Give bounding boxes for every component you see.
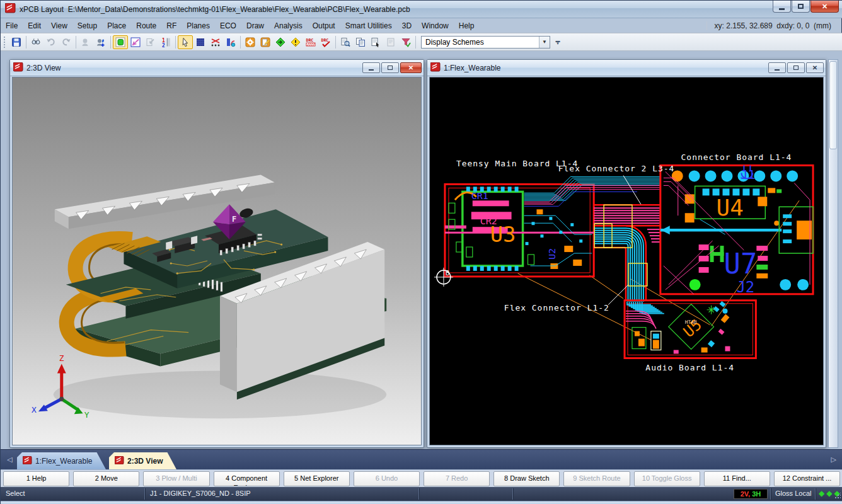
window-3d-title: 2:3D View [26,64,61,72]
menu-file[interactable]: File [1,19,23,33]
eco-warning-icon[interactable] [288,35,303,49]
menu-help[interactable]: Help [454,19,480,33]
3d-scene: F [13,77,421,445]
highlight-net-icon[interactable] [78,35,93,49]
fkey-undo: 6 Undo [354,471,420,486]
fkey-redo: 7 Redo [424,471,490,486]
fkey-find[interactable]: 11 Find... [704,471,770,486]
axis-y-label: Y [84,410,89,420]
application-window: xPCB Layout E:\Mentor_Data\Demonstration… [0,0,842,504]
cursor-coordinates: xy: 2.155, 32.689 dxdy: 0, 0 (mm) [706,21,842,30]
maximize-button[interactable] [787,62,805,73]
refdes-u4: U4 [717,195,744,220]
menu-bar: File Edit View Setup Place Route RF Plan… [1,18,842,33]
menu-smart-utilities[interactable]: Smart Utilities [340,19,397,33]
forward-annotate-icon[interactable] [273,35,288,49]
tab-3d-view[interactable]: 2:3D View [109,452,176,470]
menu-3d[interactable]: 3D [397,19,417,33]
resize-grip[interactable] [834,493,841,499]
scrollbar-thumb[interactable] [829,61,837,149]
fkey-move[interactable]: 2 Move [73,471,139,486]
menu-route[interactable]: Route [131,19,161,33]
find-icon[interactable] [28,35,43,49]
display-board-icon[interactable] [113,35,128,49]
close-button[interactable]: ✕ [810,1,839,13]
fkey-constraint[interactable]: 12 Constraint ... [774,471,840,486]
label-flex-connector: Flex Connector L1-2 [504,303,609,312]
close-icon[interactable]: ✕ [400,62,422,73]
minimize-button[interactable] [773,1,791,13]
pcb-canvas[interactable]: U3 CR2 CR1 U2 [429,77,824,445]
toolbar-overflow-icon[interactable]: ▬▾ [553,36,563,49]
edit-properties-icon[interactable] [258,35,273,49]
status-selected-part: J1 - DIGIKEY_S7006_ND - 8SIP [150,490,251,497]
menu-eco[interactable]: ECO [215,19,241,33]
filter-check-icon[interactable] [398,35,413,49]
fkey-draw-sketch[interactable]: 8 Draw Sketch [493,471,560,486]
window-pcb-title: 1:Flex_Wearable [444,64,501,72]
menu-setup[interactable]: Setup [72,19,102,33]
menu-planes[interactable]: Planes [182,19,215,33]
label-audio-board: Audio Board L1-4 [645,363,734,372]
copy-icon[interactable] [353,35,368,49]
tab-label: 1:Flex_Wearable [35,457,93,466]
undo-icon [43,35,59,49]
fkey-net-explorer[interactable]: 5 Net Explorer [284,471,350,486]
toolbar-grip[interactable] [4,37,6,48]
component-marking: F [232,215,236,224]
app-logo-icon [23,456,32,466]
menu-window[interactable]: Window [417,19,454,33]
workspace-scrollbar[interactable] [828,59,838,448]
svg-text:DRC: DRC [306,38,314,43]
tab-scroll-right-icon[interactable]: ▷ [831,455,836,464]
axis-x-label: X [32,405,37,415]
close-icon[interactable]: ✕ [806,62,824,73]
maximize-button[interactable] [792,1,810,13]
setup-parameters-icon[interactable] [243,35,258,49]
save-icon[interactable] [9,35,24,49]
menu-rf[interactable]: RF [161,19,182,33]
display-schemes-value: Display Schemes [422,38,539,47]
layer-pair-indicator[interactable]: 2V, 3H [734,489,768,499]
maximize-button[interactable] [381,62,399,73]
status-gloss-mode[interactable]: Gloss Local [775,490,811,497]
place-move-icon[interactable] [128,35,143,49]
main-toolbar: 12 DRC DRC Display Schemes ▼ ▬▾ [1,33,842,51]
review-icon[interactable] [338,35,353,49]
view-tab-strip: ◁ 1:Flex_Wearable 2:3D View ▷ [1,449,842,469]
menu-edit[interactable]: Edit [23,19,46,33]
viewport-3d[interactable]: F [12,77,422,445]
fkey-help[interactable]: 1 Help [3,471,69,486]
minimize-button[interactable] [768,62,786,73]
auto-route-icon[interactable] [223,35,238,49]
tab-flex-wearable[interactable]: 1:Flex_Wearable [17,452,107,470]
label-flex-connector-2: Flex Connector 2 L3-4 [558,164,675,173]
refdes-j2: J2 [736,278,754,296]
net-fill-icon[interactable] [193,35,208,49]
menu-draw[interactable]: Draw [241,19,269,33]
window-pcb-titlebar[interactable]: 1:Flex_Wearable ✕ [427,60,826,76]
display-schemes-dropdown[interactable]: Display Schemes ▼ [421,36,550,49]
menu-place[interactable]: Place [102,19,131,33]
window-title: xPCB Layout E:\Mentor_Data\Demonstration… [20,5,410,14]
status-mode: Select [6,490,25,497]
fkey-component-explorer[interactable]: 4 Component Explorer [214,471,280,486]
fkey-sketch-route: 9 Sketch Route [563,471,630,486]
drc-check-icon[interactable]: DRC [318,35,333,49]
select-document-icon[interactable] [368,35,383,49]
delete-traces-icon[interactable] [208,35,223,49]
menu-output[interactable]: Output [308,19,340,33]
menu-view[interactable]: View [46,19,72,33]
tab-scroll-left-icon[interactable]: ◁ [7,455,12,464]
refdes-u7: U7 [724,248,758,280]
refdes-cr2: CR2 [480,215,497,227]
minimize-button[interactable] [362,62,380,73]
app-logo-icon [5,3,16,16]
select-icon[interactable] [178,35,193,49]
add-component-icon[interactable] [93,35,108,49]
menu-analysis[interactable]: Analysis [269,19,308,33]
window-3d-titlebar[interactable]: 2:3D View ✕ [10,60,424,76]
drc-hatch-icon[interactable]: DRC [303,35,318,49]
tab-label: 2:3D View [127,457,163,466]
layer-numbers-icon[interactable]: 12 [158,35,173,49]
